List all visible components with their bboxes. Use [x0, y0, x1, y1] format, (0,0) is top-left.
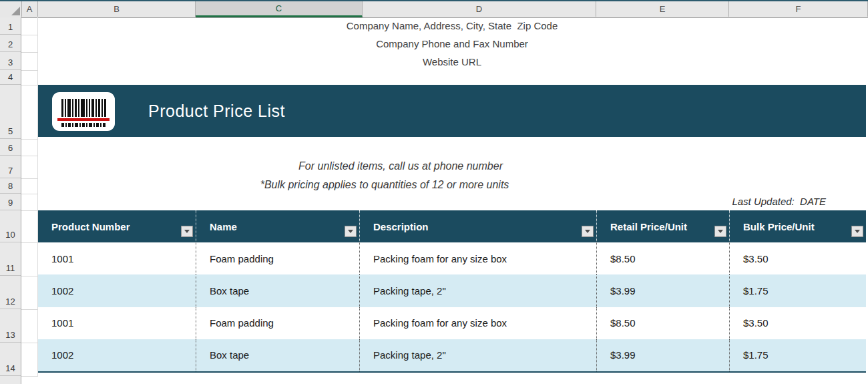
select-all-corner[interactable] — [0, 1, 22, 17]
cell-retail-price[interactable]: $3.99 — [596, 339, 729, 371]
filter-dropdown-product-number[interactable] — [181, 226, 193, 237]
gridline — [21, 276, 38, 276]
column-header-c-selected[interactable]: C — [196, 1, 363, 17]
row-header-11[interactable]: 11 — [0, 242, 21, 276]
filter-dropdown-retail-price[interactable] — [714, 226, 726, 237]
cell-name[interactable]: Foam padding — [196, 242, 359, 274]
gridline — [21, 210, 38, 211]
gridline — [21, 343, 38, 343]
header-description[interactable]: Description — [359, 210, 596, 242]
cell-bulk-price[interactable]: $3.50 — [729, 307, 866, 339]
gridline — [21, 194, 38, 194]
price-list-table: Product Number Name Description Retail P… — [38, 210, 866, 373]
row-header-5[interactable]: 5 — [0, 85, 21, 139]
row-header-9[interactable]: 9 — [0, 194, 21, 210]
cell-product-number[interactable]: 1001 — [38, 242, 196, 274]
cell-name[interactable]: Box tape — [196, 274, 359, 307]
company-website-cell[interactable]: Website URL — [38, 56, 866, 68]
row-header-bar: 1 2 3 4 5 6 7 8 9 10 11 12 13 14 — [0, 17, 21, 384]
filter-dropdown-bulk-price[interactable] — [851, 226, 863, 237]
cell-bulk-price[interactable]: $1.75 — [729, 339, 866, 371]
scanner-line — [57, 118, 110, 121]
row-header-13[interactable]: 13 — [0, 309, 21, 343]
gridline — [21, 52, 38, 53]
chevron-down-icon — [184, 230, 190, 233]
cell-bulk-price[interactable]: $1.75 — [729, 274, 866, 307]
chevron-down-icon — [718, 230, 723, 233]
company-phone-cell[interactable]: Company Phone and Fax Number — [38, 38, 866, 50]
column-header-f[interactable]: F — [729, 1, 868, 17]
header-label: Retail Price/Unit — [610, 221, 687, 232]
row-header-4[interactable]: 4 — [0, 70, 21, 85]
cell-product-number[interactable]: 1001 — [38, 307, 196, 339]
cell-description[interactable]: Packing tape, 2" — [359, 339, 596, 371]
cell-retail-price[interactable]: $8.50 — [596, 307, 729, 339]
row-header-8[interactable]: 8 — [0, 178, 21, 194]
column-header-a[interactable]: A — [21, 1, 38, 17]
title-banner: Product Price List — [38, 85, 866, 137]
row-header-10[interactable]: 10 — [0, 210, 21, 242]
last-updated-cell[interactable]: Last Updated: DATE — [38, 196, 866, 207]
header-label: Bulk Price/Unit — [743, 221, 815, 232]
chevron-down-icon — [348, 230, 353, 233]
row-header-3[interactable]: 3 — [0, 52, 21, 70]
gridline — [21, 156, 38, 156]
gridline — [21, 178, 38, 179]
cell-description[interactable]: Packing foam for any size box — [359, 307, 596, 339]
cell-retail-price[interactable]: $8.50 — [596, 242, 729, 274]
company-address-cell[interactable]: Company Name, Address, City, State Zip C… — [38, 20, 866, 32]
page-title: Product Price List — [148, 102, 285, 121]
row-header-14[interactable]: 14 — [0, 343, 21, 376]
cell-retail-price[interactable]: $3.99 — [596, 274, 729, 307]
bulk-pricing-note-cell[interactable]: *Bulk pricing applies to quantities of 1… — [260, 179, 509, 191]
column-header-bar: A B C D E F — [0, 1, 868, 18]
header-retail-price[interactable]: Retail Price/Unit — [596, 210, 729, 242]
header-product-number[interactable]: Product Number — [38, 210, 196, 242]
gridline — [21, 309, 38, 310]
table-row: 1001 Foam padding Packing foam for any s… — [38, 307, 866, 339]
column-header-b[interactable]: B — [38, 1, 196, 17]
table-row: 1002 Box tape Packing tape, 2" $3.99 $1.… — [38, 339, 866, 371]
gridline — [21, 70, 38, 71]
gridline — [21, 139, 38, 140]
filter-dropdown-description[interactable] — [582, 226, 594, 237]
excel-worksheet: A B C D E F 1 2 3 4 5 6 7 8 9 10 11 12 1… — [0, 0, 868, 384]
table-row: 1001 Foam padding Packing foam for any s… — [38, 242, 866, 274]
table-header-row: Product Number Name Description Retail P… — [38, 210, 866, 242]
header-bulk-price[interactable]: Bulk Price/Unit — [729, 210, 866, 242]
gridline — [21, 376, 38, 377]
cell-product-number[interactable]: 1002 — [38, 339, 196, 371]
row-header-6[interactable]: 6 — [0, 139, 21, 156]
gridline — [21, 35, 38, 35]
chevron-down-icon — [855, 230, 860, 233]
row-header-12[interactable]: 12 — [0, 276, 21, 309]
cell-description[interactable]: Packing tape, 2" — [359, 274, 596, 307]
row-header-7[interactable]: 7 — [0, 156, 21, 178]
cell-bulk-price[interactable]: $3.50 — [729, 242, 866, 274]
header-label: Name — [210, 221, 237, 232]
row-header-2[interactable]: 2 — [0, 35, 21, 52]
column-header-d[interactable]: D — [363, 1, 596, 17]
header-name[interactable]: Name — [196, 210, 359, 242]
cell-description[interactable]: Packing foam for any size box — [359, 242, 596, 274]
header-label: Description — [373, 221, 429, 232]
table-row: 1002 Box tape Packing tape, 2" $3.99 $1.… — [38, 274, 866, 307]
unlisted-items-note-cell[interactable]: For unlisted items, call us at phone num… — [298, 160, 503, 172]
cell-product-number[interactable]: 1002 — [38, 274, 196, 307]
cell-name[interactable]: Foam padding — [196, 307, 359, 339]
barcode-icon — [52, 92, 115, 134]
header-label: Product Number — [51, 221, 130, 232]
select-all-triangle-icon — [11, 7, 20, 15]
gridline — [21, 242, 38, 243]
cell-name[interactable]: Box tape — [196, 339, 359, 371]
filter-dropdown-name[interactable] — [345, 226, 357, 237]
row-header-1[interactable]: 1 — [0, 17, 21, 35]
column-header-e[interactable]: E — [596, 1, 729, 17]
gridline — [21, 85, 38, 85]
chevron-down-icon — [585, 230, 590, 233]
